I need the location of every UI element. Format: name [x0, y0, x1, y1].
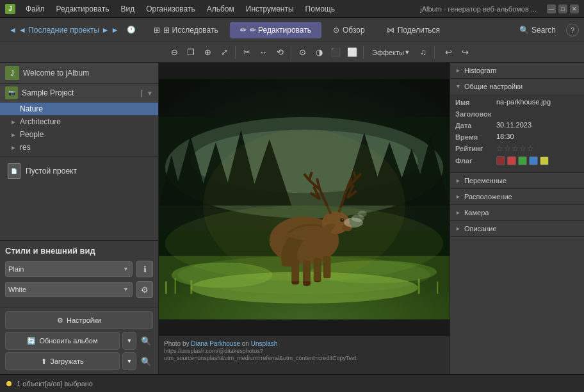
prop-flag-row: Флаг — [455, 156, 579, 165]
caption-link-unsplash[interactable]: Unsplash — [251, 340, 278, 347]
close-button[interactable]: ✕ — [570, 4, 579, 13]
nav-search-area: 🔍 Search ? — [513, 23, 579, 37]
prop-date-value: 30.11.2023 — [496, 121, 579, 129]
histogram-header[interactable]: ► Histogram — [450, 63, 584, 78]
update-dropdown-arrow-icon: ▼ — [127, 338, 133, 344]
flag-color-blue[interactable] — [529, 156, 538, 165]
help-button[interactable]: ? — [566, 24, 579, 37]
menu-organize[interactable]: Организовать — [141, 3, 200, 15]
star-2[interactable]: ☆ — [504, 144, 511, 153]
menu-tools[interactable]: Инструменты — [241, 3, 299, 15]
back-button[interactable]: ◄ ◄ Последние проекты ► ► — [5, 23, 122, 37]
project-expand-icon[interactable]: ▼ — [147, 90, 153, 97]
tool-contrast[interactable]: ◑ — [311, 45, 327, 60]
undo-button[interactable]: ↩ — [441, 45, 456, 60]
star-1[interactable]: ☆ — [496, 144, 503, 153]
tool-music[interactable]: ♫ — [416, 45, 431, 60]
style-dropdown[interactable]: Plain — [5, 261, 133, 277]
tool-copy[interactable]: ❐ — [183, 45, 199, 60]
skin-dropdown[interactable]: White — [5, 282, 133, 297]
project-panel: J Welcome to jAlbum 📷 Sample Project | ▼… — [0, 63, 158, 240]
tab-edit[interactable]: ✏ ✏ Редактировать — [230, 22, 321, 38]
update-label: Обновить альбом — [39, 337, 97, 345]
tree-item-architecture[interactable]: ► Architecture — [0, 115, 158, 128]
skin-settings-button[interactable]: ⚙ — [136, 281, 153, 298]
tool-rotate[interactable]: ⟲ — [272, 45, 288, 60]
app-icon: J — [5, 4, 15, 14]
flag-color-green[interactable] — [518, 156, 527, 165]
window-controls: — □ ✕ — [547, 4, 579, 13]
tool-brightness[interactable]: ⊙ — [295, 45, 310, 60]
empty-project-item[interactable]: 📄 Пустой проект — [0, 159, 158, 183]
flag-color-yellow[interactable] — [540, 156, 549, 165]
location-section: ► Расположение — [450, 189, 584, 205]
prop-time-value: 18:30 — [496, 133, 579, 140]
general-settings-header[interactable]: ▼ Общие настройки — [450, 79, 584, 94]
star-3[interactable]: ☆ — [512, 144, 519, 153]
project-pipe: | — [141, 88, 143, 97]
tab-overview[interactable]: ⊙ Обзор — [323, 22, 375, 38]
empty-project-label: Пустой проект — [26, 167, 77, 176]
upload-button[interactable]: ⬆ Загружать — [5, 352, 120, 370]
tool-flip[interactable]: ↔ — [256, 45, 271, 60]
tree-item-nature[interactable]: Nature — [0, 102, 158, 115]
upload-dropdown-button[interactable]: ▼ — [122, 352, 136, 370]
svg-rect-46 — [175, 278, 176, 294]
maximize-button[interactable]: □ — [558, 4, 567, 13]
tab-share[interactable]: ⋈ Поделиться — [377, 22, 450, 38]
location-header[interactable]: ► Расположение — [450, 189, 584, 204]
tool-dark[interactable]: ⬛ — [328, 45, 343, 60]
variables-arrow-icon: ► — [455, 177, 461, 184]
overview-icon: ⊙ — [333, 26, 339, 35]
tool-zoom-in[interactable]: ⊕ — [200, 45, 215, 60]
style-row-2: White ▼ ⚙ — [5, 281, 153, 298]
project-header[interactable]: 📷 Sample Project | ▼ — [0, 84, 158, 102]
camera-section: ► Камера — [450, 205, 584, 221]
minimize-button[interactable]: — — [547, 4, 556, 13]
prop-flag-label: Флаг — [455, 156, 494, 165]
settings-label: Настройки — [67, 316, 101, 324]
variables-header[interactable]: ► Переменные — [450, 173, 584, 188]
redo-button[interactable]: ↪ — [457, 45, 473, 60]
menu-file[interactable]: Файл — [20, 3, 50, 15]
star-5[interactable]: ☆ — [527, 144, 534, 153]
tool-crop[interactable]: ✂ — [239, 45, 254, 60]
settings-button[interactable]: ⚙ Настройки — [5, 311, 153, 329]
prop-title-row: Заголовок — [455, 110, 579, 118]
tool-light[interactable]: ⬜ — [345, 45, 360, 60]
menu-album[interactable]: Альбом — [202, 3, 239, 15]
tab-overview-label: Обзор — [343, 26, 365, 35]
menu-view[interactable]: Вид — [115, 3, 140, 15]
tool-expand[interactable]: ⤢ — [216, 45, 232, 60]
update-dropdown-button[interactable]: ▼ — [122, 332, 136, 350]
upload-dropdown-arrow-icon: ▼ — [127, 358, 133, 364]
tree-item-people[interactable]: ► People — [0, 128, 158, 141]
style-info-button[interactable]: ℹ — [136, 261, 153, 277]
image-area — [159, 63, 450, 336]
style-row-1: Plain ▼ ℹ — [5, 261, 153, 277]
tool-zoom-out[interactable]: ⊖ — [166, 45, 182, 60]
right-panel: ► Histogram ▼ Общие настройки Имя na-par… — [450, 63, 584, 374]
description-header[interactable]: ► Описание — [450, 221, 584, 236]
tab-explore[interactable]: ⊞ ⊞ Исследовать — [143, 22, 228, 38]
menu-help[interactable]: Помощь — [300, 3, 340, 15]
star-4[interactable]: ☆ — [519, 144, 526, 153]
rating-stars[interactable]: ☆ ☆ ☆ ☆ ☆ — [496, 144, 534, 153]
tree-item-res[interactable]: ► res — [0, 141, 158, 154]
menu-edit[interactable]: Редактировать — [51, 3, 115, 15]
caption-link-author[interactable]: Diana Parkhouse — [191, 340, 240, 347]
update-button[interactable]: 🔄 Обновить альбом — [5, 332, 120, 350]
search-button[interactable]: 🔍 Search — [513, 23, 562, 37]
effects-label: Эффекты — [372, 49, 404, 56]
location-label: Расположение — [464, 193, 512, 200]
title-bar: J Файл Редактировать Вид Организовать Ал… — [0, 0, 584, 18]
file-tree: Nature ► Architecture ► People ► res 📄 — [0, 102, 158, 240]
flag-color-red[interactable] — [507, 156, 516, 165]
prop-rating-row: Рейтинг ☆ ☆ ☆ ☆ ☆ — [455, 144, 579, 153]
caption-url: https://unsplash.com/@ditakesphotos?utm_… — [164, 348, 356, 361]
camera-header[interactable]: ► Камера — [450, 205, 584, 220]
window-title: jAlbum - генератор веб-альбомов ... — [420, 5, 537, 13]
image-container[interactable] — [159, 63, 450, 336]
flag-color-dark-red[interactable] — [496, 156, 505, 165]
effects-button[interactable]: Эффекты ▾ — [367, 47, 414, 58]
